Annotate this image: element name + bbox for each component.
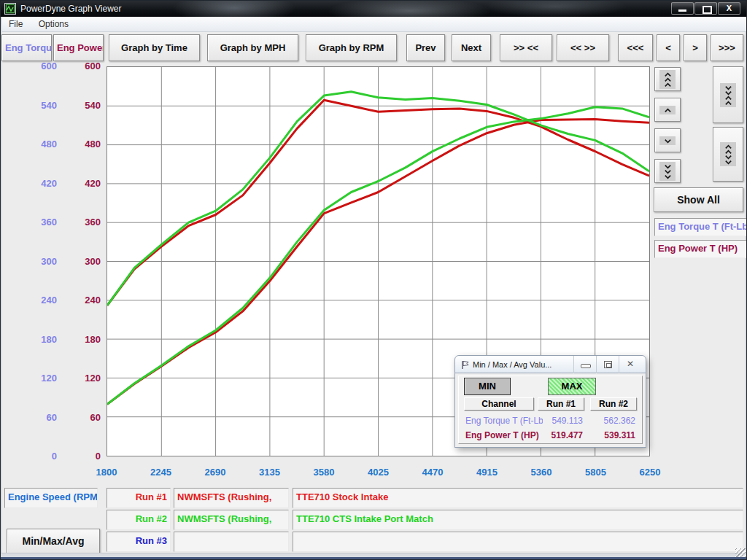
minmax-window: Min / Max / Avg Valu... ✕ MIN MAX Channe… [454,355,646,448]
channel-button-power[interactable]: Eng Power [53,34,104,61]
minmax-window-body: MIN MAX Channel Run #1 Run #2 Eng Torque… [454,373,646,448]
rpm-x-tick-label: 4915 [476,467,498,478]
app-icon [4,3,16,15]
power-y-tick-label: 600 [49,61,101,71]
close-button[interactable]: X [718,2,740,15]
minimize-icon [678,9,686,12]
power-y-tick-label: 300 [49,256,101,267]
row-torque-channel: Eng Torque T (Ft-Lbs) [465,416,543,426]
menu-bar: File Options [2,17,746,32]
rpm-x-tick-label: 3135 [259,467,280,478]
power-y-tick-label: 180 [49,334,101,345]
run3-description [293,532,743,552]
chevron-down-icon [659,136,676,145]
menu-item-options[interactable]: Options [32,17,75,29]
minmax-restore-button[interactable] [596,356,619,373]
rpm-x-tick-label: 4025 [368,467,389,478]
max-toggle-button[interactable]: MAX [548,378,596,395]
scroll-left-fast-button[interactable]: <<< [618,34,653,61]
minmaxavg-button[interactable]: Min/Max/Avg [7,529,100,553]
row-power-run1-value: 519.477 [538,430,583,440]
run3-file-name [174,532,289,552]
zoom-in-x-button[interactable]: >> << [500,34,552,61]
torque-channel-label: Eng Torque T (Ft-Lbs) [654,218,747,236]
scroll-right-button[interactable]: > [684,34,707,61]
minmax-window-title: Min / Max / Avg Valu... [473,360,551,369]
power-y-tick-label: 360 [49,217,101,228]
row-power-run2-value: 539.311 [590,430,635,440]
menu-item-file[interactable]: File [2,17,29,29]
run3-label: Run #3 [107,532,171,552]
run2-label: Run #2 [107,510,171,530]
run1-label: Run #1 [107,488,171,508]
min-toggle-button[interactable]: MIN [464,378,511,395]
graph-by-time-button[interactable]: Graph by Time [109,34,200,61]
rpm-x-tick-label: 4470 [422,467,444,478]
show-all-button[interactable]: Show All [654,187,743,212]
column-header-channel[interactable]: Channel [464,397,534,411]
close-icon: X [719,4,740,12]
run1-file-name: NWMSFTS (Rushing, [174,488,289,508]
window-title: PowerDyne Graph Viewer [20,4,122,14]
close-icon: ✕ [619,359,641,369]
rpm-x-tick-label: 6250 [640,467,661,478]
rpm-x-tick-label: 5805 [585,467,606,478]
run2-description: TTE710 CTS Intake Port Match [293,510,743,530]
row-torque-run2-value: 562.362 [590,416,635,426]
minmax-close-button[interactable]: ✕ [619,356,641,373]
triple-chevron-down-icon [659,162,676,181]
power-y-tick-label: 240 [49,295,101,306]
prev-button[interactable]: Prev [406,34,445,61]
rpm-x-tick-label: 3580 [314,467,335,478]
scroll-right-fast-button[interactable]: >>> [711,34,743,61]
resize-grip[interactable] [735,548,746,557]
title-bar[interactable]: PowerDyne Graph Viewer X [1,1,746,17]
triple-chevron-up-icon [659,70,676,89]
minmax-window-icon [461,360,470,370]
minmax-minimize-button[interactable] [573,356,596,373]
maximize-icon [703,6,712,14]
next-button[interactable]: Next [452,34,491,61]
power-y-tick-label: 480 [49,139,101,149]
column-header-run1[interactable]: Run #1 [538,397,584,411]
power-y-tick-label: 0 [49,451,101,462]
y-scroll-up-button[interactable] [654,98,681,122]
x-axis-channel-label: Engine Speed (RPM) [4,488,98,508]
chevron-up-icon [659,106,676,114]
y-scroll-down-button[interactable] [654,128,681,152]
minmax-window-titlebar[interactable]: Min / Max / Avg Valu... ✕ [454,355,646,373]
zoom-out-x-button[interactable]: << >> [557,34,609,61]
row-torque-run1-value: 549.113 [538,416,583,426]
power-y-tick-label: 420 [49,178,101,189]
power-y-tick-label: 120 [49,373,101,384]
window-border-bottom [1,557,746,559]
power-y-tick-label: 540 [49,100,101,111]
run2-file-name: NWMSFTS (Rushing, [174,510,289,530]
minimize-icon [581,364,591,368]
rpm-x-tick-label: 1800 [96,467,117,478]
y-scale-collapse-button[interactable] [713,66,743,123]
power-channel-label: Eng Power T (HP) [654,240,747,258]
rpm-x-tick-label: 2690 [205,467,226,478]
graph-by-rpm-button[interactable]: Graph by RPM [306,34,397,61]
run1-description: TTE710 Stock Intake [293,488,743,508]
scroll-left-button[interactable]: < [657,34,680,61]
minimize-button[interactable] [671,2,694,15]
rpm-x-tick-label: 5360 [531,467,552,478]
expand-chevrons-icon [720,142,736,166]
y-scroll-up-fast-button[interactable] [654,67,681,91]
collapse-chevrons-icon [720,83,736,107]
power-y-tick-label: 60 [49,412,101,423]
y-scroll-down-fast-button[interactable] [654,159,681,183]
maximize-button[interactable] [694,2,717,15]
rpm-x-tick-label: 2245 [150,467,171,478]
y-scale-expand-button[interactable] [713,127,743,182]
app-window: PowerDyne Graph Viewer X File Options En… [0,0,747,560]
channel-button-torque[interactable]: Eng Torque [1,34,52,61]
row-power-channel: Eng Power T (HP) [465,430,543,440]
restore-icon [604,361,612,368]
graph-by-mph-button[interactable]: Graph by MPH [207,34,298,61]
column-header-run2[interactable]: Run #2 [590,397,637,411]
